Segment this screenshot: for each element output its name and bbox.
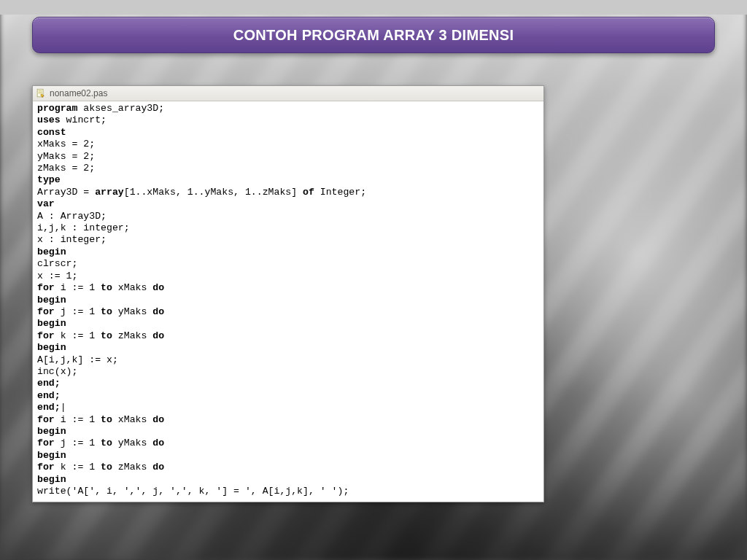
code-listing: program akses_array3D; uses wincrt; cons…: [33, 101, 543, 502]
slide-top-strip: [0, 0, 747, 15]
slide-stage: CONTOH PROGRAM ARRAY 3 DIMENSI noname02.…: [0, 0, 747, 560]
editor-tab-label: noname02.pas: [50, 88, 107, 98]
editor-tab-bar: noname02.pas: [33, 86, 543, 101]
slide-title: CONTOH PROGRAM ARRAY 3 DIMENSI: [32, 17, 715, 53]
file-icon: [36, 88, 46, 98]
code-editor-window: noname02.pas program akses_array3D; uses…: [32, 85, 544, 502]
